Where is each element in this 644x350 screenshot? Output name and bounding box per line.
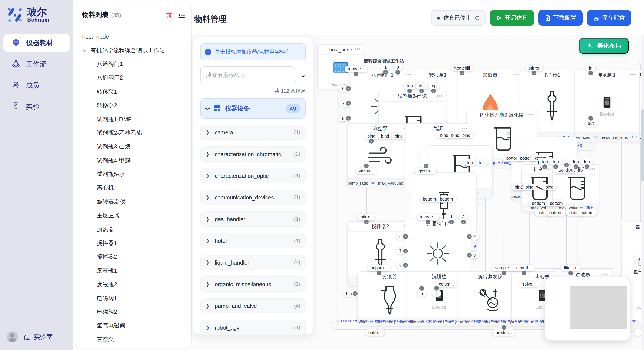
port-dot[interactable]: › — [542, 164, 547, 169]
port-pill-transfe[interactable]: transfe... — [417, 214, 439, 220]
sidebar-item-仪器耗材[interactable]: 仪器耗材 — [4, 34, 70, 52]
sidebar-item-实验[interactable]: 实验 — [4, 98, 70, 116]
port-pill-separa[interactable]: separa... — [368, 265, 390, 271]
port-dot[interactable]: › — [346, 116, 351, 121]
category-row-characterization_chromatic[interactable]: ❯ characterization_chromatic (2) — [200, 146, 306, 162]
port-dot[interactable]: › — [502, 271, 506, 275]
minimap-viewport[interactable] — [570, 286, 628, 329]
port-pill-t[interactable]: t — [634, 329, 640, 336]
port-pill-botto[interactable]: botto... — [365, 329, 384, 336]
tree-item[interactable]: 八通阀门1 — [82, 57, 187, 71]
port-dot[interactable]: › — [431, 89, 436, 93]
port-pill-produc[interactable]: produc... — [492, 329, 515, 336]
tree-item[interactable]: 主反应器 — [82, 209, 187, 223]
node-menu-icon[interactable]: ••• — [354, 46, 361, 51]
port-dot[interactable]: › — [584, 164, 589, 169]
port-pill-top[interactable]: top — [570, 159, 582, 165]
node-menu-icon[interactable]: ••• — [602, 272, 609, 277]
beautify-layout-button[interactable]: 美化布局 — [579, 38, 629, 54]
port-pill-centrif[interactable]: centrif... — [513, 265, 534, 271]
port-pill-bind[interactable]: bind — [459, 132, 474, 138]
port-pill-8[interactable]: 8 — [394, 64, 402, 70]
port-pill-gasso[interactable]: gasso... — [634, 255, 640, 262]
tree-item[interactable]: 试剂瓶3-己烷 — [82, 140, 187, 154]
port-dot[interactable]: › — [461, 220, 466, 224]
port-dot[interactable]: › — [396, 70, 400, 75]
port-pill-filter_in[interactable]: filter_in — [561, 265, 581, 271]
category-row-hotel[interactable]: ❯ hotel (1) — [200, 233, 306, 248]
port-pill-in[interactable]: in — [586, 65, 596, 71]
port-pill-bind[interactable]: bind — [542, 184, 556, 190]
category-row-camera[interactable]: ❯ camera (1) — [200, 125, 306, 140]
tree-item[interactable]: 真空泵 — [82, 333, 187, 347]
tree-item[interactable]: 搅拌器1 — [82, 236, 187, 250]
scrollbar-thumb[interactable] — [641, 109, 644, 181]
tree-item[interactable]: 废液瓶2 — [82, 278, 187, 292]
collapse-list-icon[interactable] — [178, 12, 185, 18]
start-simulation-button[interactable]: 开启仿真 — [490, 10, 534, 25]
port-pill-top[interactable]: top — [428, 83, 440, 89]
port-pill-bottom[interactable]: bottom — [420, 196, 439, 202]
port-dot[interactable]: › — [532, 71, 536, 75]
tree-item[interactable]: 八通阀门2 — [82, 71, 187, 85]
tree-item-group[interactable]: ▼ 有机化学流程综合测试工作站 — [82, 44, 187, 57]
tree-item[interactable]: 废液瓶1 — [82, 264, 187, 278]
port-dot[interactable]: › — [467, 253, 472, 257]
sidebar-item-工作流[interactable]: 工作流 — [4, 55, 70, 73]
tree-item[interactable]: 加热器 — [82, 223, 187, 236]
port-dot[interactable]: › — [346, 101, 351, 106]
node-card-电磁阀1[interactable]: 电磁阀1•••Devicevoltage: 12 response_time: … — [574, 70, 640, 142]
tree-item[interactable]: 试剂瓶4-甲醇 — [82, 154, 187, 168]
port-pill-heatchill[interactable]: heatchill — [451, 65, 473, 71]
port-dot[interactable]: › — [588, 116, 593, 121]
refresh-icon[interactable] — [474, 15, 480, 21]
port-pill-top[interactable]: top — [581, 159, 593, 165]
tree-item[interactable]: 试剂瓶5-水 — [82, 168, 187, 181]
port-dot[interactable]: › — [419, 286, 424, 291]
port-pill-top[interactable]: top — [550, 159, 562, 165]
node-menu-icon[interactable]: ••• — [528, 112, 534, 117]
port-pill-top[interactable]: top — [476, 159, 488, 166]
port-dot[interactable]: › — [354, 72, 358, 76]
tree-item[interactable]: 电磁阀1 — [82, 292, 187, 305]
port-pill-1[interactable]: 1 — [381, 64, 390, 70]
port-pill-bottom[interactable]: bottom — [529, 200, 548, 206]
tree-item[interactable]: 转移泵2 — [82, 99, 187, 113]
port-pill-bind[interactable]: bind — [364, 133, 378, 139]
tree-item[interactable]: 离心机 — [82, 181, 187, 195]
search-input[interactable] — [200, 66, 296, 83]
port-dot[interactable]: › — [564, 163, 569, 167]
port-pill-gasso[interactable]: gasso... — [416, 168, 436, 174]
tree-item[interactable]: 试剂瓶1-DMF — [82, 113, 187, 126]
port-dot[interactable]: › — [424, 164, 428, 168]
port-dot[interactable]: › — [403, 249, 408, 253]
port-dot[interactable]: › — [588, 71, 593, 75]
port-dot[interactable]: › — [353, 291, 358, 296]
node-menu-icon[interactable]: ••• — [462, 126, 468, 131]
port-pill-bottom[interactable]: bottom — [546, 209, 565, 216]
port-pill-stirrer[interactable]: stirrer — [358, 214, 374, 220]
trash-icon[interactable] — [166, 12, 172, 18]
port-pill-top[interactable]: top — [464, 159, 476, 166]
port-pill-top[interactable]: top — [539, 159, 551, 165]
category-row-robot_agv[interactable]: ❯ robot_agv (1) — [200, 320, 306, 335]
port-dot[interactable]: › — [502, 325, 506, 330]
port-pill-5[interactable]: 5 — [418, 290, 426, 297]
port-pill-out[interactable]: out — [585, 120, 597, 127]
port-pill-stirrer[interactable]: stirrer — [526, 65, 542, 71]
port-dot[interactable]: › — [449, 220, 454, 224]
category-row-liquid_handler[interactable]: ❯ liquid_handler (4) — [200, 255, 306, 270]
port-dot[interactable]: › — [383, 70, 388, 75]
save-config-button[interactable]: 保存配置 — [587, 10, 631, 25]
category-row-pump_and_valve[interactable]: ❯ pump_and_valve (4) — [200, 298, 306, 313]
port-dot[interactable]: › — [467, 234, 472, 239]
port-pill-bottom[interactable]: bottom — [577, 209, 596, 216]
port-pill-vacuu[interactable]: vacuu... — [356, 168, 377, 174]
port-dot[interactable]: › — [426, 220, 430, 224]
port-pill-colum[interactable]: colum... — [436, 281, 457, 287]
tree-item[interactable]: 转移泵1 — [82, 85, 187, 99]
sidebar-item-成员[interactable]: 成员 — [4, 77, 70, 94]
category-row-gas_handler[interactable]: ❯ gas_handler (1) — [200, 211, 306, 227]
tree-item[interactable]: 试剂瓶2-乙酸乙酯 — [82, 126, 187, 140]
port-dot[interactable]: › — [369, 139, 374, 144]
